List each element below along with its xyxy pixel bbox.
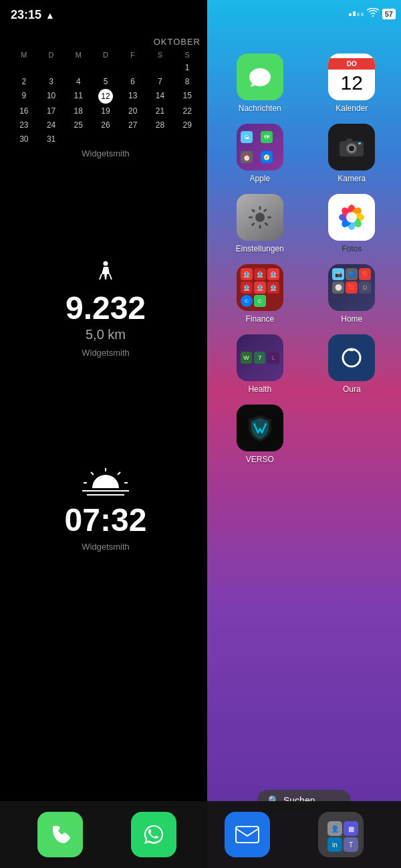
dock-folder[interactable]: 👤 ▦ in T (318, 812, 364, 857)
home-icon[interactable]: 📷 🔵 🔴 ⚪ 🟥 D (328, 264, 375, 311)
left-panel: 23:15 ▲ OKTOBER M D M D F S S 1 2 3 4 5 (0, 0, 207, 868)
cal-cell-12-today: 12 (98, 89, 113, 104)
home-grid: Nachrichten DO 12 Kalender 🌤 🗺 ⏰ 🧭 Apple (217, 53, 394, 464)
mini-finance7: © (241, 295, 253, 307)
dock-phone[interactable] (37, 812, 83, 857)
nachrichten-label: Nachrichten (239, 104, 281, 113)
svg-rect-18 (267, 217, 271, 219)
cal-cell-3: 3 (38, 75, 65, 88)
cal-cell-10: 10 (38, 89, 65, 104)
mini-health1: W (241, 352, 252, 364)
kalender-day: 12 (341, 70, 363, 96)
mini-bank6: 🏦 (267, 282, 279, 294)
mini-home7 (332, 295, 344, 307)
signal-bar-3 (357, 13, 360, 16)
cal-cell-20: 20 (120, 104, 146, 118)
cal-cell-23: 23 (11, 118, 37, 132)
signal-bar-1 (349, 13, 352, 16)
finance-icon[interactable]: 🏦 🏦 🏦 🏦 🏦 🏦 © C (237, 264, 283, 311)
dock-mail[interactable] (225, 812, 270, 857)
cal-cell-15: 15 (174, 89, 200, 104)
svg-rect-19 (251, 209, 255, 213)
cal-header-fri: F (120, 49, 146, 60)
cal-cell-27: 27 (120, 118, 146, 132)
cal-cell-16: 16 (11, 104, 37, 118)
cal-cell-11: 11 (65, 89, 92, 104)
health-icon[interactable]: W 7 L (237, 334, 283, 381)
svg-point-0 (104, 261, 108, 266)
mini-finance8: C (254, 295, 266, 307)
kalender-dow: DO (328, 58, 375, 70)
oura-icon[interactable] (328, 334, 375, 381)
mini-home8 (346, 295, 358, 307)
mini-maps-icon: 🗺 (261, 131, 273, 143)
app-home[interactable]: 📷 🔵 🔴 ⚪ 🟥 D Home (309, 264, 395, 324)
status-bar-right: 57 (349, 8, 396, 19)
calendar-month: OKTOBER (11, 37, 200, 47)
app-verso[interactable]: VERSO (217, 405, 303, 464)
app-apple[interactable]: 🌤 🗺 ⏰ 🧭 Apple (217, 124, 303, 183)
walk-icon (11, 261, 200, 290)
cal-cell-8: 8 (174, 75, 200, 88)
app-kamera[interactable]: Kamera (309, 124, 395, 183)
mini-bank5: 🏦 (254, 282, 266, 294)
app-fotos[interactable]: Fotos (309, 194, 395, 253)
app-finance[interactable]: 🏦 🏦 🏦 🏦 🏦 🏦 © C Finance (217, 264, 303, 324)
dock-whatsapp[interactable] (131, 812, 176, 857)
cal-cell-1: 1 (174, 61, 200, 74)
app-kalender[interactable]: DO 12 Kalender (309, 53, 395, 113)
app-nachrichten[interactable]: Nachrichten (217, 53, 303, 113)
calendar-widget: OKTOBER M D M D F S S 1 2 3 4 5 6 7 8 (11, 37, 200, 158)
cal-cell-empty (65, 132, 92, 146)
svg-rect-22 (263, 209, 267, 213)
apple-icon[interactable]: 🌤 🗺 ⏰ 🧭 (237, 124, 283, 171)
kamera-label: Kamera (338, 174, 366, 183)
dock-mini2: ▦ (344, 821, 358, 836)
verso-label: VERSO (246, 455, 274, 464)
verso-icon[interactable] (237, 405, 283, 451)
health-label: Health (248, 385, 271, 394)
svg-point-31 (346, 212, 357, 223)
mini-weather-icon: 🌤 (241, 131, 253, 143)
svg-point-14 (255, 213, 265, 222)
mini-home4: ⚪ (332, 282, 344, 294)
cal-cell (38, 61, 65, 74)
mini-home9 (359, 295, 371, 307)
cal-cell-21: 21 (147, 104, 174, 118)
cal-cell (120, 61, 146, 74)
battery-level: 57 (385, 10, 393, 18)
cal-cell-24: 24 (38, 118, 65, 132)
steps-count: 9.232 (11, 292, 200, 324)
signal-bar-2 (353, 11, 356, 16)
svg-line-2 (118, 472, 120, 475)
mini-bank3: 🏦 (267, 268, 279, 280)
mini-home5: 🟥 (346, 282, 358, 294)
app-health[interactable]: W 7 L Health (217, 334, 303, 394)
location-icon: ▲ (45, 10, 55, 21)
kamera-icon[interactable] (328, 124, 375, 171)
mini-safari-icon: 🧭 (261, 151, 273, 163)
nachrichten-icon[interactable] (237, 53, 283, 100)
cal-cell-7: 7 (147, 75, 174, 88)
oura-label: Oura (343, 385, 361, 394)
mini-bank4: 🏦 (241, 282, 253, 294)
kalender-icon[interactable]: DO 12 (328, 53, 375, 100)
cal-cell-18: 18 (65, 104, 92, 118)
mini-finance9 (267, 295, 279, 307)
cal-cell-empty (120, 132, 146, 146)
cal-cell-6: 6 (120, 75, 146, 88)
fotos-icon[interactable] (328, 194, 375, 241)
cal-cell (65, 61, 92, 74)
einstellungen-icon[interactable] (237, 194, 283, 241)
app-oura[interactable]: Oura (309, 334, 395, 394)
svg-line-3 (91, 472, 94, 475)
cal-cell-13: 13 (120, 89, 146, 104)
mini-home3: 🔴 (359, 268, 371, 280)
cal-cell-25: 25 (65, 118, 92, 132)
cal-cell-28: 28 (147, 118, 174, 132)
dock: 👤 ▦ in T (0, 801, 401, 868)
dock-mini3: in (327, 837, 342, 852)
home-label: Home (341, 314, 362, 324)
app-einstellungen[interactable]: Einstellungen (217, 194, 303, 253)
widgetsmith-label-1: Widgetsmith (11, 148, 200, 158)
